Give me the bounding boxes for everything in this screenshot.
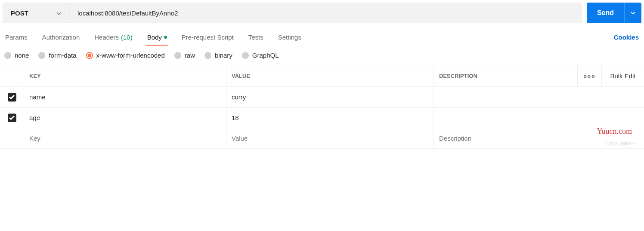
send-button[interactable]: Send (587, 3, 641, 23)
radio-icon (38, 52, 45, 59)
value-cell[interactable]: 18 (226, 108, 434, 128)
value-cell[interactable]: curry (226, 87, 434, 107)
tab-pre-request-script[interactable]: Pre-request Script (181, 29, 235, 45)
check-icon (9, 115, 15, 120)
body-type-selector: none form-data x-www-form-urlencoded raw… (0, 46, 644, 65)
col-key-header: KEY (24, 65, 226, 86)
radio-x-www-form-urlencoded[interactable]: x-www-form-urlencoded (86, 52, 165, 59)
radio-icon (4, 52, 11, 59)
method-select[interactable]: POST (3, 3, 69, 23)
chevron-down-icon (56, 9, 61, 16)
radio-icon (86, 52, 93, 59)
radio-graphql[interactable]: GraphQL (242, 52, 279, 59)
send-dropdown-icon[interactable] (624, 3, 641, 23)
col-check-header (0, 65, 24, 86)
params-table: KEY VALUE DESCRIPTION ooo Bulk Edit name… (0, 65, 644, 149)
modified-dot-icon (164, 36, 167, 39)
radio-icon (204, 52, 211, 59)
cell-text: curry (232, 93, 246, 101)
radio-label: none (15, 52, 29, 59)
tab-headers[interactable]: Headers (10) (93, 29, 133, 45)
row-checkbox-cell (0, 128, 24, 148)
url-input-wrapper (69, 3, 582, 23)
key-input[interactable] (29, 135, 221, 142)
radio-label: x-www-form-urlencoded (96, 52, 165, 59)
tab-label: Body (147, 34, 162, 41)
description-input[interactable] (439, 135, 573, 142)
col-value-header: VALUE (226, 65, 434, 86)
method-label: POST (11, 9, 28, 17)
table-row-empty (0, 128, 644, 149)
value-input-cell[interactable] (226, 128, 434, 148)
row-checkbox-cell (0, 108, 24, 128)
tab-label: Tests (248, 34, 263, 41)
radio-label: binary (215, 52, 232, 59)
tab-label: Headers (94, 34, 119, 41)
tab-settings[interactable]: Settings (277, 29, 302, 45)
radio-label: raw (185, 52, 195, 59)
tab-label: Settings (278, 34, 301, 41)
tab-count: (10) (121, 34, 133, 41)
radio-none[interactable]: none (4, 52, 29, 59)
description-input-cell[interactable] (434, 128, 578, 148)
tab-params[interactable]: Params (4, 29, 28, 45)
more-options-icon[interactable]: ooo (578, 65, 602, 86)
description-cell[interactable] (434, 108, 578, 128)
request-bar: POST Send (0, 0, 644, 26)
tabs-bar: Params Authorization Headers (10) Body P… (0, 26, 644, 46)
tab-authorization[interactable]: Authorization (41, 29, 81, 45)
check-icon (9, 95, 15, 99)
tab-label: Authorization (42, 34, 80, 41)
table-header: KEY VALUE DESCRIPTION ooo Bulk Edit (0, 65, 644, 87)
key-cell[interactable]: name (24, 87, 226, 107)
cell-text: name (29, 93, 46, 101)
tab-label: Params (5, 34, 28, 41)
row-checkbox-cell (0, 87, 24, 107)
cookies-label: Cookies (614, 34, 639, 41)
cell-text: age (29, 114, 40, 121)
key-input-cell[interactable] (24, 128, 226, 148)
radio-raw[interactable]: raw (174, 52, 195, 59)
cell-text: 18 (232, 114, 239, 121)
url-input[interactable] (77, 9, 573, 17)
description-cell[interactable] (434, 87, 578, 107)
send-button-label: Send (587, 9, 624, 17)
radio-form-data[interactable]: form-data (38, 52, 76, 59)
csdn-credit: CSDN @NPE~ (606, 142, 635, 146)
tab-label: Pre-request Script (182, 34, 234, 41)
cookies-link[interactable]: Cookies (613, 29, 640, 45)
radio-label: form-data (49, 52, 76, 59)
table-row: name curry (0, 87, 644, 108)
watermark: Yuucn.com (597, 127, 632, 136)
radio-icon (174, 52, 181, 59)
radio-binary[interactable]: binary (204, 52, 232, 59)
radio-label: GraphQL (252, 52, 279, 59)
row-checkbox[interactable] (8, 114, 16, 122)
radio-icon (242, 52, 249, 59)
tab-body[interactable]: Body (146, 29, 168, 45)
col-description-header: DESCRIPTION (434, 65, 578, 86)
value-input[interactable] (232, 135, 428, 142)
bulk-edit-button[interactable]: Bulk Edit (602, 65, 644, 86)
table-row: age 18 (0, 108, 644, 128)
tab-tests[interactable]: Tests (248, 29, 264, 45)
row-checkbox[interactable] (8, 93, 16, 102)
key-cell[interactable]: age (24, 108, 226, 128)
